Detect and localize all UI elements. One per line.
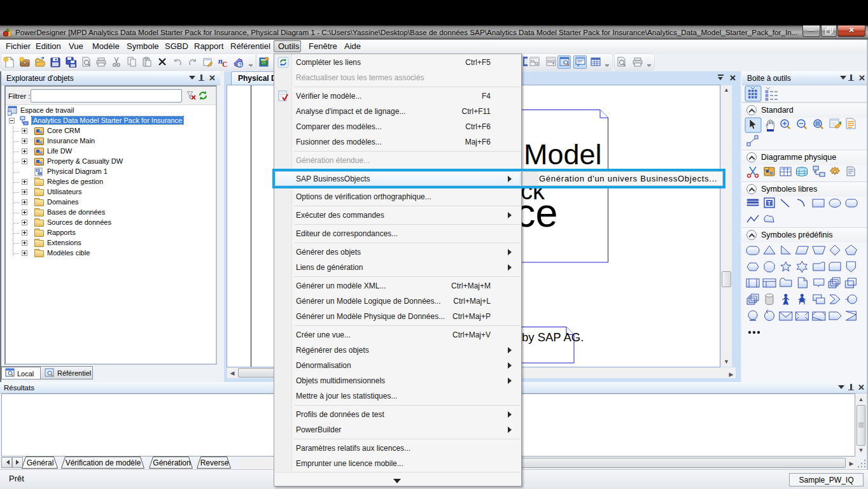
svg-text:T: T <box>767 200 771 206</box>
svg-text:?: ? <box>239 62 242 67</box>
svg-text:C: C <box>222 60 228 67</box>
